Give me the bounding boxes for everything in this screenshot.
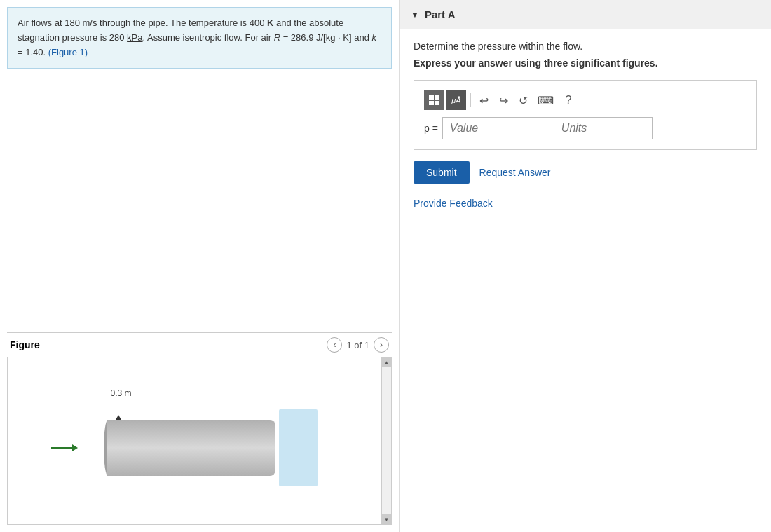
pipe-diagram: 0.3 m xyxy=(76,409,314,493)
figure-page-indicator: 1 of 1 xyxy=(346,340,369,350)
grid-icon xyxy=(429,95,439,105)
flow-arrow xyxy=(51,444,78,451)
redo-button[interactable]: ↪ xyxy=(495,92,512,109)
grid-button[interactable] xyxy=(424,90,444,110)
units-input[interactable] xyxy=(554,117,653,139)
value-input[interactable] xyxy=(442,117,554,139)
toolbar-separator-1 xyxy=(470,93,471,107)
part-header: ▼ Part A xyxy=(400,0,771,29)
part-title: Part A xyxy=(425,8,456,20)
p-label: p = xyxy=(424,123,438,134)
figure-label: Figure xyxy=(10,339,40,350)
figure-navigation: ‹ 1 of 1 › xyxy=(327,337,389,353)
figure-content: 0.3 m xyxy=(8,357,381,524)
input-row: p = xyxy=(424,117,746,139)
reset-button[interactable]: ↺ xyxy=(514,92,531,109)
scroll-down-button[interactable]: ▼ xyxy=(382,514,392,524)
mu-button[interactable]: μÅ xyxy=(446,90,466,110)
part-content: Determine the pressure within the flow. … xyxy=(400,29,771,220)
problem-statement: Air flows at 180 m/s through the pipe. T… xyxy=(7,7,392,69)
pipe-right-flow xyxy=(279,409,318,486)
scroll-up-button[interactable]: ▲ xyxy=(382,357,392,367)
provide-feedback-link[interactable]: Provide Feedback xyxy=(414,198,493,209)
instruction-text: Express your answer using three signific… xyxy=(414,57,757,69)
figure-prev-button[interactable]: ‹ xyxy=(327,337,342,353)
request-answer-button[interactable]: Request Answer xyxy=(479,167,551,178)
question-text: Determine the pressure within the flow. xyxy=(414,41,757,52)
undo-button[interactable]: ↩ xyxy=(475,92,492,109)
answer-toolbar: μÅ ↩ ↪ ↺ ⌨ ? xyxy=(424,90,746,110)
action-row: Submit Request Answer xyxy=(414,161,757,184)
left-panel: Air flows at 180 m/s through the pipe. T… xyxy=(0,0,400,532)
figure-canvas: 0.3 m xyxy=(7,357,392,525)
figure-link[interactable]: (Figure 1) xyxy=(48,47,88,57)
answer-box: μÅ ↩ ↪ ↺ ⌨ ? p = xyxy=(414,80,757,150)
figure-header: Figure ‹ 1 of 1 › xyxy=(7,332,392,357)
part-toggle-icon[interactable]: ▼ xyxy=(411,10,419,20)
submit-button[interactable]: Submit xyxy=(414,161,470,184)
figure-scrollbar[interactable]: ▲ ▼ xyxy=(381,357,391,524)
figure-section: Figure ‹ 1 of 1 › 0.3 m xyxy=(7,332,392,525)
figure-next-button[interactable]: › xyxy=(374,337,389,353)
right-panel: ▼ Part A Determine the pressure within t… xyxy=(400,0,771,532)
pipe-body xyxy=(107,420,275,476)
help-button[interactable]: ? xyxy=(560,92,577,109)
keyboard-button[interactable]: ⌨ xyxy=(534,92,557,109)
dimension-label: 0.3 m xyxy=(111,388,132,398)
